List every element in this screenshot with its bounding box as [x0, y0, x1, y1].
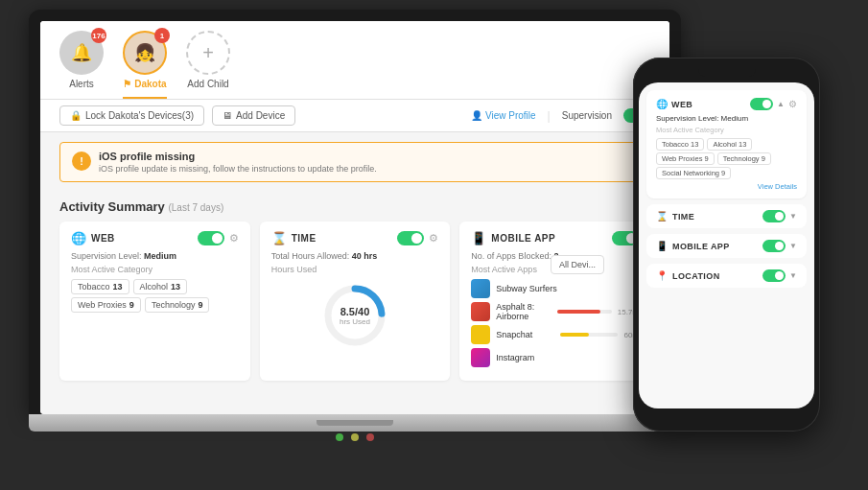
web-toggle[interactable]: [198, 231, 224, 245]
tab-indicator: [123, 97, 167, 99]
phone-tag-web-proxies: Web Proxies 9: [656, 152, 715, 165]
phone-mobile-icon: 📱: [656, 241, 668, 251]
phone-web-globe-icon: 🌐: [656, 99, 668, 109]
phone-view-details[interactable]: View Details: [656, 182, 797, 191]
phone-web-tags-row2: Web Proxies 9 Technology 9: [656, 152, 797, 165]
lock-devices-button[interactable]: 🔒 Lock Dakota's Devices(3): [59, 105, 204, 126]
time-hourglass-icon: ⌛: [271, 231, 287, 245]
app-item-instagram: Instagram: [471, 348, 639, 367]
phone-tag-social-networking: Social Networking 9: [656, 167, 731, 179]
phone-time-title: TIME: [672, 212, 694, 222]
phone-location-toggle[interactable]: [762, 269, 786, 282]
time-toggle[interactable]: [397, 231, 424, 245]
phone-web-title-row: 🌐 WEB: [656, 99, 692, 109]
snapchat-icon: [471, 325, 490, 344]
phone-app: 🌐 WEB ▲ ⚙ Supervision Level: Medium: [639, 82, 814, 408]
web-card-header: 🌐 WEB ⚙: [71, 231, 239, 245]
phone-web-gear[interactable]: ⚙: [788, 99, 797, 109]
app-content: 🔔 176 Alerts 👧 1 ⚑ D: [40, 21, 669, 414]
phone-screen: 🌐 WEB ▲ ⚙ Supervision Level: Medium: [639, 82, 814, 408]
mobile-card-header: 📱 MOBILE APP: [471, 231, 639, 245]
time-card-header: ⌛ TIME ⚙: [271, 231, 439, 245]
app-item-snapchat: Snapchat 60m: [471, 325, 639, 344]
phone-mobile-chevron[interactable]: ▼: [789, 242, 797, 250]
dakota-label: ⚑ Dakota: [123, 79, 166, 89]
tag-alcohol: Alcohol 13: [133, 279, 188, 294]
phone-web-tags-row3: Social Networking 9: [656, 167, 797, 179]
subway-surfers-icon: [471, 279, 490, 298]
alerts-badge: 176: [91, 28, 106, 43]
snapchat-name: Snapchat: [496, 330, 554, 339]
add-device-button[interactable]: 🖥 Add Device: [212, 105, 295, 126]
view-profile-link[interactable]: 👤 View Profile: [471, 110, 536, 121]
alert-warning-icon: !: [72, 152, 91, 171]
all-devices-button[interactable]: All Devi...: [551, 255, 604, 274]
web-tags-row-1: Tobacco 13 Alcohol 13: [71, 279, 239, 294]
dakota-badge: 1: [154, 28, 170, 43]
asphalt-bar: [557, 310, 601, 314]
phone-time-toggle[interactable]: [762, 210, 786, 222]
phone-mobile-section: 📱 MOBILE APP ▼: [646, 234, 807, 258]
alerts-profile[interactable]: 🔔 176 Alerts: [59, 31, 104, 89]
instagram-icon: [471, 348, 490, 367]
add-child-label: Add Child: [187, 79, 228, 89]
instagram-name: Instagram: [496, 353, 639, 362]
phone-web-tags-row1: Tobacco 13 Alcohol 13: [656, 138, 797, 151]
laptop-indicators: [336, 433, 374, 441]
divider: |: [548, 109, 551, 123]
laptop-base: [29, 414, 681, 432]
phone-location-title: LOCATION: [672, 271, 720, 281]
laptop-base-notch: [317, 420, 393, 426]
phone-location-left: 📍 LOCATION: [656, 270, 720, 281]
time-gear-icon[interactable]: ⚙: [429, 232, 438, 245]
phone-time-chevron[interactable]: ▼: [789, 212, 797, 221]
phone-mobile-toggle[interactable]: [762, 240, 786, 252]
phone-mobile-controls: ▼: [762, 240, 797, 252]
cards-row: 🌐 WEB ⚙ Supervision Level:: [59, 222, 650, 381]
mobile-phone-icon: 📱: [471, 231, 486, 245]
alert-title: iOS profile missing: [99, 151, 377, 162]
dakota-profile[interactable]: 👧 1 ⚑ Dakota: [123, 31, 167, 89]
phone-web-chevron-up[interactable]: ▲: [777, 100, 785, 108]
web-card: 🌐 WEB ⚙ Supervision Level:: [59, 222, 250, 381]
add-child-profile[interactable]: + Add Child: [186, 31, 230, 89]
mobile-card-title-row: 📱 MOBILE APP: [471, 231, 555, 245]
phone-tag-technology: Technology 9: [717, 152, 771, 165]
alert-description: iOS profile update is missing, follow th…: [99, 164, 377, 174]
subway-name: Subway Surfers: [496, 284, 639, 293]
phone-location-icon: 📍: [656, 270, 668, 281]
web-gear-icon[interactable]: ⚙: [229, 232, 239, 245]
led-red: [366, 433, 374, 441]
toolbar-left: 🔒 Lock Dakota's Devices(3) 🖥 Add Device: [59, 105, 295, 126]
phone-web-header: 🌐 WEB ▲ ⚙: [656, 98, 797, 110]
phone-time-section: ⌛ TIME ▼: [646, 204, 807, 228]
phone-web-section: 🌐 WEB ▲ ⚙ Supervision Level: Medium: [646, 90, 807, 198]
laptop-screen-outer: 🔔 176 Alerts 👧 1 ⚑ D: [29, 10, 681, 414]
mobile-card: 📱 MOBILE APP No. of Apps Blocked: 2 Mo: [459, 222, 650, 381]
app-item-asphalt: Asphalt 8: Airborne 15.7m: [471, 302, 639, 321]
device-icon: 🖥: [223, 110, 232, 121]
supervision-label: Supervision: [562, 110, 612, 121]
web-supervision: Supervision Level: Medium: [71, 251, 239, 261]
phone-web-category: Most Active Category: [656, 126, 797, 134]
alerts-label: Alerts: [69, 79, 94, 89]
app-toolbar: 🔒 Lock Dakota's Devices(3) 🖥 Add Device …: [40, 100, 669, 132]
phone-notch: [698, 69, 756, 77]
app-header: 🔔 176 Alerts 👧 1 ⚑ D: [40, 21, 669, 100]
asphalt-icon: [471, 302, 490, 321]
phone-location-chevron[interactable]: ▼: [789, 271, 797, 280]
time-card-controls: ⚙: [397, 231, 438, 245]
laptop-screen: 🔔 176 Alerts 👧 1 ⚑ D: [40, 21, 669, 414]
add-child-avatar: +: [186, 31, 230, 75]
asphalt-name: Asphalt 8: Airborne: [496, 302, 551, 321]
phone-web-toggle[interactable]: [750, 98, 773, 110]
tag-technology: Technology 9: [145, 297, 210, 313]
time-hours-allowed: Total Hours Allowed: 40 hrs: [271, 251, 439, 261]
laptop-feet: [29, 432, 681, 441]
donut-wrap: 8.5/40 hrs Used: [271, 282, 439, 349]
time-hours-used-label: Hours Used: [271, 265, 439, 274]
donut-text: 8.5/40 hrs Used: [340, 306, 370, 326]
phone-location-controls: ▼: [762, 269, 797, 282]
phone-web-title: WEB: [671, 100, 692, 109]
scene: 🔔 176 Alerts 👧 1 ⚑ D: [0, 0, 868, 490]
